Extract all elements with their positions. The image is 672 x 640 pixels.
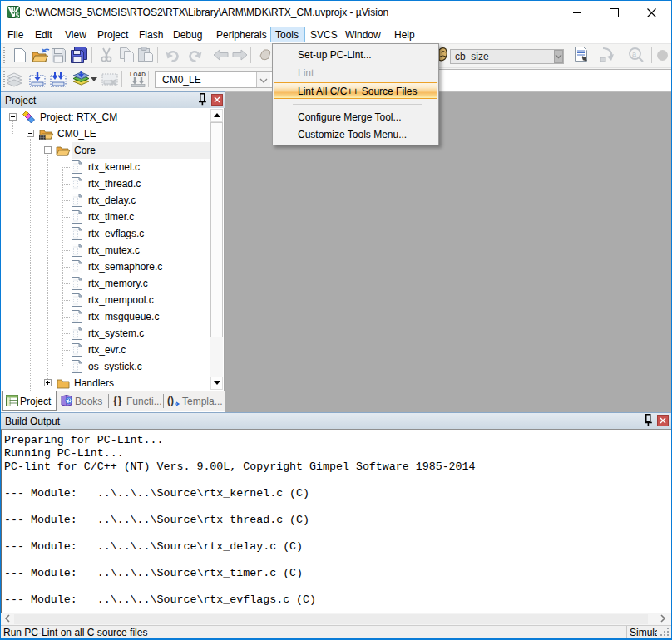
- svg-text:a: a: [632, 50, 636, 58]
